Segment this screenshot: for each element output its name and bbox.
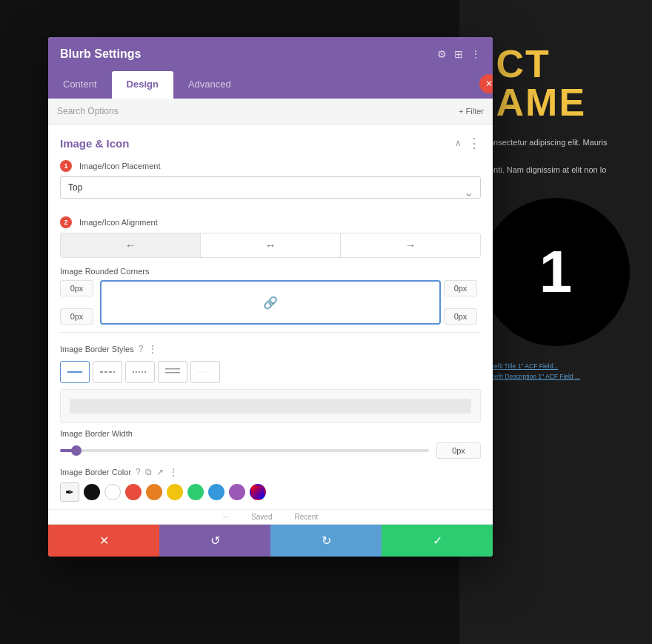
- border-style-dashed-1[interactable]: [93, 361, 122, 383]
- border-style-double[interactable]: [158, 361, 187, 383]
- corner-tl-input[interactable]: [60, 280, 93, 296]
- border-style-options: [60, 361, 481, 383]
- grid-icon[interactable]: ⊞: [454, 48, 463, 60]
- dashed-border-icon-1: [100, 368, 115, 376]
- save-icon: ✓: [433, 534, 442, 548]
- border-width-row: [60, 442, 481, 459]
- tab-content[interactable]: Content: [48, 71, 112, 99]
- border-styles-section: Image Border Styles ? ⋮: [48, 333, 493, 509]
- reset-button[interactable]: ↺: [159, 525, 270, 557]
- color-swatch-white[interactable]: [104, 484, 121, 500]
- color-swatch-purple[interactable]: [229, 484, 245, 500]
- border-style-dashed-2[interactable]: [125, 361, 155, 383]
- eyedropper-icon: ✒: [65, 486, 74, 498]
- rounded-corners-label-text: Image Rounded Corners: [60, 267, 149, 276]
- section-header: Image & Icon ∧ ⋮: [60, 135, 481, 151]
- image-icon-section: Image & Icon ∧ ⋮ 1 Image/Icon Placement …: [48, 125, 493, 332]
- alignment-label: 2 Image/Icon Alignment: [60, 216, 481, 228]
- placement-select[interactable]: Top Left Right Bottom: [60, 176, 481, 199]
- border-color-more-icon[interactable]: ⋮: [168, 466, 179, 478]
- save-button[interactable]: ✓: [382, 525, 493, 557]
- search-bar: Search Options + Filter: [48, 99, 493, 125]
- placement-select-wrap: Top Left Right Bottom: [60, 176, 481, 208]
- align-center-button[interactable]: ↔: [201, 233, 341, 257]
- corner-link-icon[interactable]: 🔗: [100, 280, 441, 325]
- section-more-icon[interactable]: ⋮: [468, 135, 481, 151]
- section-title: Image & Icon: [60, 137, 129, 150]
- border-width-slider-wrap: [60, 449, 429, 452]
- alignment-group: ← ↔ →: [60, 233, 481, 258]
- section-controls: ∧ ⋮: [455, 135, 481, 151]
- border-color-label: Image Border Color ? ⧉ ↗ ⋮: [60, 466, 481, 478]
- color-swatch-red[interactable]: [125, 484, 142, 500]
- border-style-none[interactable]: [190, 361, 220, 383]
- border-styles-label: Image Border Styles: [60, 345, 134, 353]
- slider-thumb[interactable]: [71, 445, 82, 456]
- double-border-icon: [165, 367, 180, 377]
- border-styles-help-icon[interactable]: ?: [139, 344, 144, 354]
- panel-header: Blurb Settings ⚙ ⊞ ⋮: [48, 37, 493, 71]
- preview-number: 1: [539, 238, 573, 306]
- corner-bl-input[interactable]: [60, 308, 93, 325]
- dots-indicator: ···: [223, 513, 229, 521]
- svg-rect-3: [165, 368, 180, 370]
- border-color-copy-icon[interactable]: ⧉: [145, 467, 152, 477]
- placement-label-text: Image/Icon Placement: [79, 162, 160, 170]
- border-style-solid[interactable]: [60, 361, 90, 383]
- panel-close-button[interactable]: ✕: [479, 74, 493, 93]
- tab-advanced[interactable]: Advanced: [173, 71, 246, 99]
- border-color-arrow-icon[interactable]: ↗: [156, 467, 164, 477]
- more-icon[interactable]: ⋮: [470, 48, 481, 60]
- border-width-slider[interactable]: [60, 449, 429, 452]
- reset-icon: ↺: [210, 534, 220, 548]
- color-swatch-blue[interactable]: [208, 484, 224, 500]
- panel-scroll-area[interactable]: Image & Icon ∧ ⋮ 1 Image/Icon Placement …: [48, 125, 493, 509]
- border-width-value[interactable]: [436, 442, 481, 459]
- section-collapse-icon[interactable]: ∧: [455, 138, 462, 148]
- border-color-help-icon[interactable]: ?: [136, 467, 141, 477]
- border-styles-header: Image Border Styles ? ⋮: [60, 343, 481, 355]
- dashed-border-icon-2: [133, 368, 147, 376]
- panel-header-icons: ⚙ ⊞ ⋮: [437, 48, 481, 60]
- filter-label: + Filter: [459, 107, 484, 116]
- redo-icon: ↻: [322, 534, 331, 548]
- color-swatch-orange[interactable]: [146, 484, 162, 500]
- search-placeholder: Search Options: [57, 106, 119, 116]
- corner-br-input[interactable]: [444, 308, 477, 325]
- color-swatch-yellow[interactable]: [167, 484, 183, 500]
- color-swatch-multicolor[interactable]: [250, 484, 266, 500]
- settings-icon[interactable]: ⚙: [437, 48, 447, 60]
- redo-button[interactable]: ↻: [270, 525, 382, 557]
- rounded-corners-label: Image Rounded Corners: [60, 267, 481, 276]
- cancel-icon: ✕: [99, 534, 109, 548]
- footer-saved-row: ··· Saved Recent: [48, 509, 493, 524]
- blurb-settings-panel: Blurb Settings ⚙ ⊞ ⋮ Content Design Adva…: [48, 37, 493, 557]
- align-left-button[interactable]: ←: [61, 233, 201, 257]
- cancel-button[interactable]: ✕: [48, 525, 159, 557]
- alignment-label-text: Image/Icon Alignment: [79, 218, 158, 227]
- eyedropper-button[interactable]: ✒: [60, 482, 79, 502]
- panel-tabs: Content Design Advanced ✕: [48, 71, 493, 99]
- corner-tr-input[interactable]: [444, 280, 477, 296]
- search-options-input[interactable]: Search Options: [57, 106, 459, 116]
- filter-button[interactable]: + Filter: [459, 107, 484, 116]
- border-styles-more-icon[interactable]: ⋮: [147, 343, 158, 355]
- link-icon: 🔗: [263, 296, 278, 310]
- color-swatches-row: ✒: [60, 482, 481, 502]
- color-swatch-green[interactable]: [187, 484, 204, 500]
- saved-label: Saved: [251, 513, 272, 521]
- color-swatch-black[interactable]: [84, 484, 100, 500]
- align-right-button[interactable]: →: [341, 233, 480, 257]
- alignment-badge: 2: [60, 216, 72, 228]
- panel-title: Blurb Settings: [60, 47, 141, 61]
- placement-badge: 1: [60, 160, 72, 172]
- panel-body: Image & Icon ∧ ⋮ 1 Image/Icon Placement …: [48, 125, 493, 509]
- preview-circle: 1: [482, 198, 630, 346]
- recent-label: Recent: [295, 513, 319, 521]
- svg-rect-4: [165, 372, 180, 374]
- svg-rect-0: [67, 371, 82, 373]
- border-inner-swatch: [70, 399, 471, 414]
- border-width-label-text: Image Border Width: [60, 429, 133, 438]
- tab-design[interactable]: Design: [112, 71, 173, 99]
- no-border-icon: [198, 368, 213, 376]
